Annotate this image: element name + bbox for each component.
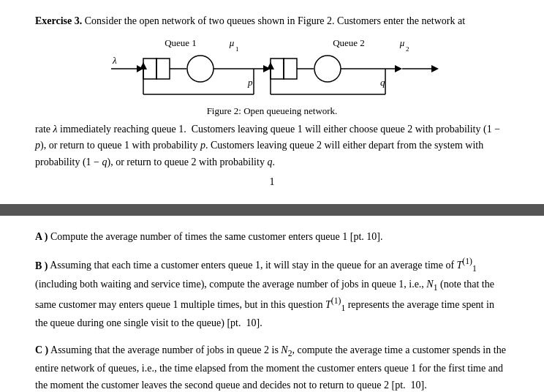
p-return-arrow	[140, 62, 147, 69]
exercise-header: Exercise 3. Consider the open network of…	[35, 13, 509, 29]
page-top: Exercise 3. Consider the open network of…	[0, 0, 544, 201]
queue2-slot2	[284, 59, 297, 79]
description-text: rate λ immediately reaching queue 1. Cus…	[35, 121, 509, 170]
problem-c-label: C )	[35, 344, 48, 355]
exit-arrow	[431, 65, 439, 72]
problem-a: A ) Compute the average number of times …	[35, 229, 509, 245]
page-bottom: A ) Compute the average number of times …	[0, 219, 544, 392]
queue2-label: Queue 2	[333, 37, 365, 48]
queue1-label: Queue 1	[165, 37, 197, 48]
network-diagram: Queue 1 μ 1 Queue 2 μ 2 λ p	[67, 36, 477, 105]
p-label: p	[247, 77, 253, 88]
mu1-label: μ	[229, 37, 235, 48]
lambda-label: λ	[112, 55, 117, 66]
figure-caption: Figure 2: Open queueing network.	[207, 105, 338, 117]
section-divider	[0, 204, 544, 216]
problem-c-text: Assuming that the average number of jobs…	[35, 344, 506, 391]
figure-container: Queue 1 μ 1 Queue 2 μ 2 λ p	[35, 36, 509, 117]
q-return-arrow	[267, 62, 274, 69]
q-label: q	[380, 77, 385, 88]
queue1-slot2	[156, 59, 170, 79]
mu2-label: μ	[399, 37, 405, 48]
problem-c: C ) Assuming that the average number of …	[35, 342, 509, 392]
problem-a-text: Compute the average number of times the …	[50, 231, 382, 242]
problem-b-text: Assuming that each time a customer enter…	[35, 260, 494, 328]
mu1-sub: 1	[235, 45, 239, 53]
mu2-sub: 2	[406, 45, 409, 53]
server1-circle	[187, 56, 214, 82]
exercise-label: Exercise 3.	[35, 15, 82, 26]
server2-out-arrow	[395, 65, 402, 72]
exercise-intro: Consider the open network of two queues …	[85, 15, 465, 26]
server2-circle	[314, 56, 341, 82]
page-number: 1	[35, 176, 509, 188]
problem-b-label: B )	[35, 260, 48, 271]
problem-a-label: A )	[35, 231, 48, 242]
problem-b: B ) Assuming that each time a customer e…	[35, 256, 509, 332]
